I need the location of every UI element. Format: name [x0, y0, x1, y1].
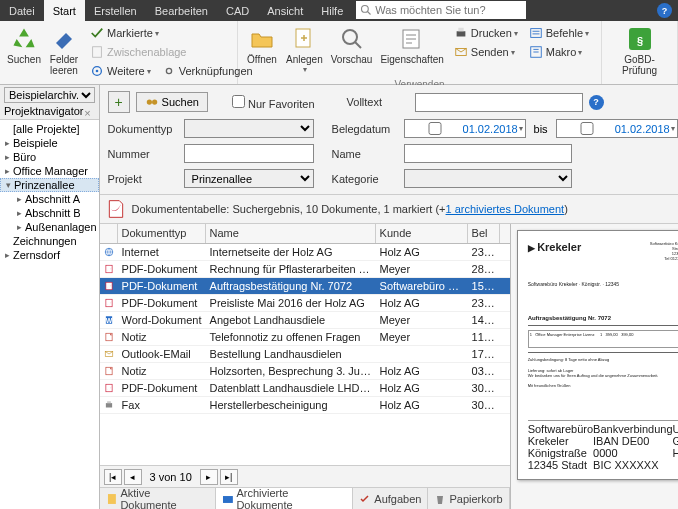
- project-select[interactable]: Prinzenallee: [184, 169, 314, 188]
- eraser-icon: [52, 29, 76, 49]
- menu-ansicht[interactable]: Ansicht: [258, 0, 312, 21]
- category-select[interactable]: [404, 169, 572, 188]
- gear-icon: [90, 64, 104, 78]
- envelope-icon: [454, 45, 468, 59]
- note-icon: [104, 330, 114, 344]
- pdf-icon: [104, 296, 114, 310]
- ribbon-zwischenablage: Zwischenablage: [87, 43, 255, 61]
- tree-node[interactable]: ▸Office Manager: [0, 164, 99, 178]
- ribbon-senden[interactable]: Senden: [451, 43, 520, 61]
- archive-select[interactable]: Beispielarchiv.omsl: [4, 87, 95, 103]
- table-row[interactable]: NotizHolzsorten, Besprechung 3. Juli 201…: [100, 363, 510, 380]
- pager-next[interactable]: ▸: [200, 469, 218, 485]
- navigator-title: Projektnavigator: [4, 105, 84, 117]
- tree-node[interactable]: ▸Außenanlagen: [0, 220, 99, 234]
- ribbon-suchen[interactable]: Suchen: [4, 23, 44, 67]
- search-button[interactable]: Suchen: [136, 92, 208, 112]
- paragraph-section-icon: §: [627, 26, 653, 52]
- menu-bearbeiten[interactable]: Bearbeiten: [146, 0, 217, 21]
- col-kunde[interactable]: Kunde: [376, 224, 468, 243]
- help-icon[interactable]: ?: [657, 0, 672, 21]
- menu-hilfe[interactable]: Hilfe: [312, 0, 352, 21]
- preview-page[interactable]: ▶ Krekeler Softwarebüro KrekelerStraße 1…: [517, 230, 678, 480]
- tree-node[interactable]: ▸Abschnitt B: [0, 206, 99, 220]
- favorites-checkbox[interactable]: [232, 95, 245, 108]
- checkmark-icon: [90, 26, 104, 40]
- table-row[interactable]: NotizTelefonnotiz zu offenen FragenMeyer…: [100, 329, 510, 346]
- doc-icon: [106, 493, 118, 505]
- svg-point-0: [362, 6, 369, 13]
- pager-first[interactable]: |◂: [104, 469, 122, 485]
- svg-rect-25: [105, 282, 111, 290]
- ribbon-oeffnen[interactable]: Öffnen: [242, 23, 282, 67]
- tree-node[interactable]: [alle Projekte]: [0, 122, 99, 136]
- trash-icon: [434, 493, 446, 505]
- col-bel[interactable]: Bel: [468, 224, 500, 243]
- tree-node[interactable]: ▸Zernsdorf: [0, 248, 99, 262]
- pager-last[interactable]: ▸|: [220, 469, 238, 485]
- svg-rect-33: [105, 403, 111, 407]
- table-row[interactable]: PDF-DokumentRechnung für Pflasterarbeite…: [100, 261, 510, 278]
- table-row[interactable]: FaxHerstellerbescheinigungHolz AG30.06: [100, 397, 510, 414]
- number-input[interactable]: [184, 144, 314, 163]
- tree-node[interactable]: ▸Abschnitt A: [0, 192, 99, 206]
- svg-line-1: [368, 12, 371, 15]
- tab-archivierte[interactable]: Archivierte Dokumente: [216, 487, 354, 509]
- col-name[interactable]: Name: [206, 224, 376, 243]
- col-dokumenttyp[interactable]: Dokumenttyp: [118, 224, 206, 243]
- table-row[interactable]: Outlook-EMailBestellung Landhausdielen17…: [100, 346, 510, 363]
- menubar: Datei Start Erstellen Bearbeiten CAD Ans…: [0, 0, 678, 21]
- list-icon: [529, 26, 543, 40]
- ribbon-felder-leeren[interactable]: Felder leeren: [44, 23, 84, 78]
- ribbon-vorschau[interactable]: Vorschau: [327, 23, 377, 67]
- date-from[interactable]: ▾: [404, 119, 526, 138]
- tab-aufgaben[interactable]: Aufgaben: [353, 488, 428, 509]
- ribbon-anlegen[interactable]: Anlegen: [282, 23, 327, 76]
- ribbon-markierte[interactable]: Markierte: [87, 24, 255, 42]
- menu-cad[interactable]: CAD: [217, 0, 258, 21]
- pdf-icon: [104, 279, 114, 293]
- menu-start[interactable]: Start: [44, 0, 85, 21]
- ribbon-gobd[interactable]: §GoBD-Prüfung: [606, 23, 673, 78]
- ribbon-makro[interactable]: Makro: [526, 43, 591, 61]
- svg-rect-26: [105, 299, 111, 307]
- ribbon-eigenschaften[interactable]: Eigenschaften: [376, 23, 447, 67]
- document-tabs: Aktive Dokumente Archivierte Dokumente A…: [100, 487, 510, 509]
- archive-icon: [222, 493, 234, 505]
- tab-papierkorb[interactable]: Papierkorb: [428, 488, 509, 509]
- ribbon-drucken[interactable]: Drucken: [451, 24, 520, 42]
- add-search-button[interactable]: +: [108, 91, 130, 113]
- pdf-icon: [104, 381, 114, 395]
- fulltext-help[interactable]: ?: [589, 95, 604, 110]
- svg-rect-34: [107, 401, 111, 403]
- fulltext-input[interactable]: [415, 93, 583, 112]
- svg-rect-32: [105, 384, 111, 392]
- doctype-select[interactable]: [184, 119, 314, 138]
- table-row[interactable]: PDF-DokumentPreisliste Mai 2016 der Holz…: [100, 295, 510, 312]
- tellme-search[interactable]: [356, 1, 526, 19]
- printer-icon: [454, 26, 468, 40]
- navigator-close[interactable]: ×: [84, 107, 90, 119]
- tree-node[interactable]: ▸Beispiele: [0, 136, 99, 150]
- ribbon-weitere[interactable]: Weitere: [87, 62, 153, 80]
- tree-node[interactable]: ▾Prinzenallee: [0, 178, 99, 192]
- name-input[interactable]: [404, 144, 572, 163]
- tellme-input[interactable]: [375, 4, 522, 16]
- pager-prev[interactable]: ◂: [124, 469, 142, 485]
- tree-node[interactable]: Zeichnungen: [0, 234, 99, 248]
- table-row[interactable]: PDF-DokumentAuftragsbestätigung Nr. 7072…: [100, 278, 510, 295]
- fax-icon: [104, 398, 114, 412]
- date-to[interactable]: ▾: [556, 119, 678, 138]
- table-row[interactable]: PDF-DokumentDatenblatt Landhausdiele LHD…: [100, 380, 510, 397]
- tree-node[interactable]: ▸Büro: [0, 150, 99, 164]
- svg-rect-13: [458, 28, 463, 32]
- search-panel: + Suchen Nur Favoriten Volltext ? Dokume…: [100, 85, 678, 195]
- table-row[interactable]: InternetInternetseite der Holz AGHolz AG…: [100, 244, 510, 261]
- ribbon-befehle[interactable]: Befehle: [526, 24, 591, 42]
- table-row[interactable]: WWord-DokumentAngebot LandhausdieleMeyer…: [100, 312, 510, 329]
- menu-erstellen[interactable]: Erstellen: [85, 0, 146, 21]
- menu-datei[interactable]: Datei: [0, 0, 44, 21]
- project-tree: [alle Projekte]▸Beispiele▸Büro▸Office Ma…: [0, 120, 99, 264]
- tab-aktive[interactable]: Aktive Dokumente: [100, 488, 216, 509]
- archived-link[interactable]: 1 archiviertes Dokument: [446, 203, 565, 215]
